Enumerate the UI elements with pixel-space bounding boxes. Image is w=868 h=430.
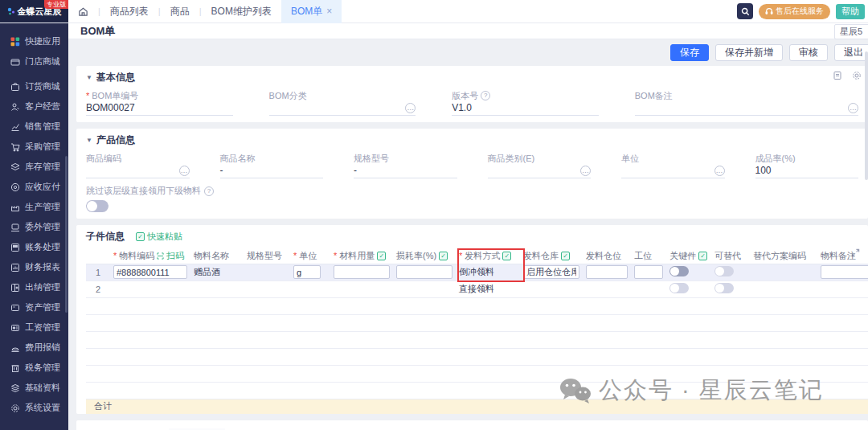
batch-fill-icon[interactable]: ✓ [561,252,570,260]
header-label: 发料仓位 [586,250,621,262]
field-label: 商品编码 [86,153,121,165]
sidebar-item-order-mall[interactable]: 订货商城 [0,76,68,96]
sidebar-item-sales[interactable]: 销售管理 [0,117,68,137]
tab-bom-list[interactable]: BOM维护列表 [202,0,281,23]
col-substitute-plan: 替代方案编码 [750,248,817,264]
basic-info-title[interactable]: ▼ 基本信息 [86,71,858,84]
tab-goods[interactable]: 商品 [161,0,199,23]
bom-number-input[interactable]: BOM00027 [86,101,233,116]
goods-code-input[interactable]: … [86,164,190,178]
unit-input[interactable] [293,265,321,279]
sidebar-item-purchase[interactable]: 采购管理 [0,137,68,157]
collapse-icon[interactable]: ▼ [86,74,92,81]
collapse-icon[interactable]: ▼ [86,137,92,144]
audit-button[interactable]: 审核 [789,44,828,61]
scan-link[interactable]: 扫码 [157,250,184,262]
quick-paste-link[interactable]: ✓ 快速粘贴 [136,231,182,243]
key-part-toggle[interactable] [669,266,689,276]
substitutable-toggle[interactable] [714,266,734,276]
header-label: 损耗率(%) [396,250,436,262]
loss-rate-cell [393,281,456,297]
tab-label: BOM单 [291,5,322,18]
sidebar-item-outsourcing[interactable]: 委外管理 [0,217,68,237]
sidebar-item-finance-report[interactable]: 财务报表 [0,257,68,277]
tab-close-icon[interactable]: × [326,6,332,17]
empty-cell [290,331,330,348]
corner-badge[interactable]: 星辰5 [834,24,868,39]
material-code-input[interactable] [113,265,187,279]
bom-remark-input[interactable]: … [635,101,858,116]
gear-icon[interactable] [852,71,862,80]
empty-cell [110,297,190,314]
sidebar-item-customer[interactable]: 客户经营 [0,96,68,117]
exit-button[interactable]: 退出 [834,44,868,61]
issue-warehouse-input[interactable] [523,265,579,279]
col-substitutable: 可替代 [711,248,750,264]
sidebar-item-asset[interactable]: 资产管理 [0,297,68,317]
home-icon[interactable] [68,6,98,17]
issue-method-cell[interactable]: 直接领料 [456,281,520,297]
headset-icon [765,7,773,15]
sidebar-item-store-mall[interactable]: 门店商城 [0,51,68,72]
after-sales-service-button[interactable]: 售后在线服务 [759,4,830,19]
sidebar-item-cashier[interactable]: 出纳管理 [0,277,68,297]
sidebar-item-inventory[interactable]: 库存管理 [0,157,68,177]
sidebar-scrollbar[interactable] [65,156,68,313]
lookup-icon[interactable]: … [848,103,858,113]
content-scrollbar[interactable] [865,51,868,180]
substitutable-toggle[interactable] [714,283,734,293]
version-input[interactable]: V1.0 [452,101,599,116]
lookup-icon[interactable]: … [179,166,190,176]
sidebar-item-system-settings[interactable]: 系统设置 [0,398,68,418]
sidebar: 快捷应用 门店商城 订货商城 客户经营 销售管理 采购管理 库存管理 应收应付 … [0,23,68,430]
sidebar-item-quick-apps[interactable]: 快捷应用 [0,31,68,51]
lookup-icon[interactable]: … [405,103,416,113]
help-icon[interactable]: ? [481,91,490,100]
save-and-new-button[interactable]: 保存并新增 [715,44,783,61]
empty-cell [631,314,666,331]
batch-fill-icon[interactable]: ✓ [502,252,511,260]
material-usage-input[interactable] [334,265,390,279]
empty-cell [666,382,711,399]
sidebar-item-tax[interactable]: 税务管理 [0,358,68,378]
product-info-title[interactable]: ▼ 产品信息 [86,133,858,147]
batch-fill-icon[interactable]: ✓ [698,252,707,260]
tab-goods-list[interactable]: 商品列表 [100,0,158,23]
lookup-icon[interactable]: … [580,166,591,176]
workstation-input[interactable] [634,265,663,279]
unit-input[interactable]: … [621,164,725,178]
issue-position-input[interactable] [586,265,628,279]
workstation-cell [631,281,666,297]
batch-fill-icon[interactable]: ✓ [439,252,448,260]
sidebar-item-receivable-payable[interactable]: 应收应付 [0,177,68,197]
sidebar-item-base-data[interactable]: 基础资料 [0,378,68,398]
issue-method-cell[interactable]: 倒冲领料 [456,264,520,281]
skip-level-toggle[interactable] [86,200,108,212]
sidebar-item-accounting[interactable]: 账务处理 [0,237,68,257]
tab-bom-form[interactable]: BOM单 × [281,0,342,23]
batch-fill-icon[interactable]: ✓ [377,252,386,260]
help-button[interactable]: 帮助 [836,4,865,19]
sidebar-item-label: 销售管理 [25,121,60,133]
key-part-toggle[interactable] [669,283,689,293]
empty-cell [817,331,868,348]
save-button[interactable]: 保存 [670,44,709,61]
bom-category-input[interactable]: … [269,101,416,116]
payroll-icon [10,323,20,333]
search-icon[interactable] [737,3,753,19]
sidebar-item-label: 费用报销 [25,342,60,354]
empty-cell [817,365,868,382]
yield-input[interactable]: 100 [755,164,859,178]
document-icon[interactable] [833,71,842,80]
material-remark-input[interactable] [821,265,868,279]
sidebar-item-expense[interactable]: 费用报销 [0,338,68,358]
sidebar-item-payroll[interactable]: 工资管理 [0,317,68,338]
help-icon[interactable]: ? [204,186,214,196]
material-code-cell[interactable] [110,281,190,297]
field-label: 规格型号 [354,153,389,165]
loss-rate-input[interactable] [396,265,452,279]
goods-class-input[interactable]: … [488,164,592,178]
sidebar-item-production[interactable]: 生产管理 [0,197,68,217]
lookup-icon[interactable]: … [714,166,725,176]
sidebar-item-label: 工资管理 [25,321,60,334]
